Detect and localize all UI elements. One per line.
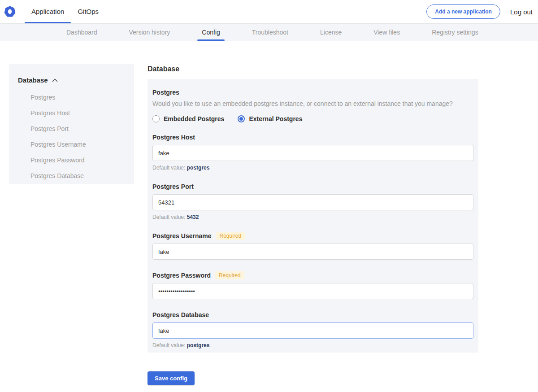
postgres-port-default-hint: Default value: 5432 bbox=[152, 214, 473, 220]
add-new-application-button[interactable]: Add a new application bbox=[426, 4, 500, 19]
app-tabs: Application GitOps bbox=[25, 0, 105, 23]
subnav-item-dashboard[interactable]: Dashboard bbox=[64, 24, 100, 41]
save-config-button[interactable]: Save config bbox=[148, 371, 195, 385]
config-main: Database Postgres Would you like to use … bbox=[148, 65, 478, 385]
subnav-item-license[interactable]: License bbox=[317, 24, 344, 41]
external-postgres-radio[interactable]: External Postgres bbox=[238, 115, 302, 122]
sidebar-item-postgres-password[interactable]: Postgres Password bbox=[18, 152, 134, 168]
config-group-card: Postgres Would you like to use an embedd… bbox=[148, 79, 478, 353]
sidebar-item-list: Postgres Postgres Host Postgres Port Pos… bbox=[18, 90, 134, 184]
external-postgres-radio-label: External Postgres bbox=[249, 115, 302, 122]
postgres-database-label: Postgres Database bbox=[152, 311, 209, 319]
sidebar-item-postgres-database[interactable]: Postgres Database bbox=[18, 168, 134, 184]
field-postgres-password: Postgres Password Required bbox=[152, 271, 473, 299]
postgres-username-label: Postgres Username bbox=[152, 232, 212, 240]
postgres-host-default-hint: Default value: postgres bbox=[152, 165, 473, 171]
embedded-postgres-radio[interactable]: Embedded Postgres bbox=[152, 115, 224, 122]
page-title: Database bbox=[148, 65, 478, 73]
postgres-port-input[interactable] bbox=[152, 194, 473, 210]
default-value: postgres bbox=[187, 342, 210, 348]
sidebar-group-database[interactable]: Database bbox=[18, 76, 134, 84]
default-value: 5432 bbox=[187, 214, 199, 220]
postgres-password-label: Postgres Password bbox=[152, 271, 211, 279]
default-value: postgres bbox=[187, 165, 210, 171]
sidebar-group-label: Database bbox=[18, 76, 48, 84]
postgres-radio-group: Embedded Postgres External Postgres bbox=[152, 115, 473, 122]
sidebar-item-postgres-host[interactable]: Postgres Host bbox=[18, 105, 134, 121]
app-section-navigation: Dashboard Version history Config Trouble… bbox=[0, 23, 538, 41]
field-postgres-database: Postgres Database Default value: postgre… bbox=[152, 311, 473, 348]
subnav-item-view-files[interactable]: View files bbox=[371, 24, 403, 41]
field-postgres-username: Postgres Username Required bbox=[152, 232, 473, 260]
postgres-host-label: Postgres Host bbox=[152, 133, 195, 141]
sidebar-item-postgres-port[interactable]: Postgres Port bbox=[18, 121, 134, 137]
logout-link[interactable]: Log out bbox=[510, 8, 533, 16]
config-sidebar: Database Postgres Postgres Host Postgres… bbox=[9, 64, 134, 184]
postgres-database-input[interactable] bbox=[152, 322, 473, 339]
radio-unselected-icon bbox=[152, 115, 160, 122]
postgres-host-input[interactable] bbox=[152, 145, 473, 161]
subnav-item-registry-settings[interactable]: Registry settings bbox=[429, 24, 481, 41]
sidebar-item-postgres-username[interactable]: Postgres Username bbox=[18, 137, 134, 152]
required-badge: Required bbox=[216, 232, 245, 240]
tab-application[interactable]: Application bbox=[25, 0, 71, 23]
app-logo-icon bbox=[4, 6, 16, 17]
chevron-up-icon bbox=[52, 78, 58, 82]
postgres-port-label: Postgres Port bbox=[152, 183, 194, 191]
radio-selected-icon bbox=[238, 115, 245, 122]
tab-gitops[interactable]: GitOps bbox=[71, 0, 105, 23]
postgres-database-default-hint: Default value: postgres bbox=[152, 342, 473, 348]
required-badge: Required bbox=[215, 271, 244, 279]
topnav-right: Add a new application Log out bbox=[426, 0, 533, 23]
postgres-help-text: Would you like to use an embedded postgr… bbox=[152, 100, 473, 107]
subnav-item-config[interactable]: Config bbox=[199, 24, 222, 41]
postgres-group-label: Postgres bbox=[152, 89, 473, 96]
field-postgres-host: Postgres Host Default value: postgres bbox=[152, 133, 473, 171]
sidebar-item-postgres[interactable]: Postgres bbox=[18, 90, 134, 105]
subnav-item-version-history[interactable]: Version history bbox=[126, 24, 173, 41]
postgres-password-input[interactable] bbox=[152, 283, 473, 299]
top-navigation: Application GitOps Add a new application… bbox=[0, 0, 538, 23]
subnav-item-troubleshoot[interactable]: Troubleshoot bbox=[249, 24, 291, 41]
postgres-username-input[interactable] bbox=[152, 244, 473, 260]
field-postgres-port: Postgres Port Default value: 5432 bbox=[152, 183, 473, 220]
embedded-postgres-radio-label: Embedded Postgres bbox=[164, 115, 224, 122]
